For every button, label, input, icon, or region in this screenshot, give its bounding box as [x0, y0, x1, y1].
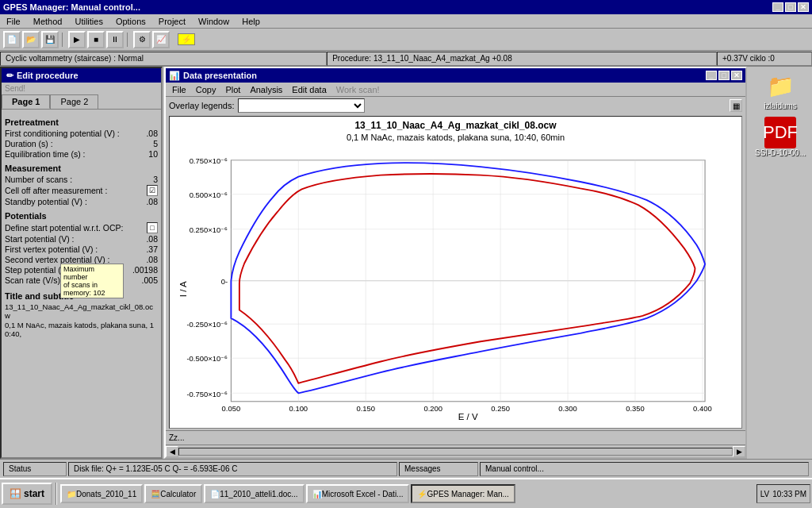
messages-label-text: Messages: [404, 464, 441, 473]
data-menu-editdata[interactable]: Edit data: [289, 84, 329, 95]
y-tick-label: 0.250×10⁻⁶: [190, 225, 228, 234]
panel-title: ✏ Edit procedure: [2, 68, 161, 83]
data-menu-plot[interactable]: Plot: [222, 84, 243, 95]
toolbar-run[interactable]: ▶: [68, 31, 86, 48]
standby-row: Standby potential (V) : .08: [5, 197, 158, 206]
tab-page2[interactable]: Page 2: [50, 94, 98, 109]
menu-bar: File Method Utilities Options Project Wi…: [0, 14, 812, 29]
y-tick-label: 0.750×10⁻⁶: [190, 156, 228, 165]
toolbar-save[interactable]: 💾: [41, 31, 59, 48]
x-tick-label: 0.250: [491, 404, 510, 413]
close-btn[interactable]: ✕: [798, 2, 809, 12]
menu-options[interactable]: Options: [113, 16, 149, 27]
y-tick-label: -0.750×10⁻⁶: [186, 390, 228, 398]
taskbar-icon-calculator: 🧮: [151, 490, 160, 498]
x-tick-label: 0.350: [626, 404, 645, 413]
display-toggle-btn[interactable]: ▦: [730, 99, 742, 112]
step-row: Step potential (V) : Maximum numberof sc…: [5, 265, 158, 275]
ocp-checkbox[interactable]: □: [147, 222, 158, 233]
chart-svg: I / A 0.750×10⁻⁶ 0.500×10⁻⁶ 0.250×10⁻⁶ 0…: [173, 145, 738, 425]
x-axis-label: E / V: [458, 412, 478, 421]
measurement-header: Measurement: [5, 164, 158, 173]
v1-label: First vertex potential (V) :: [5, 244, 98, 254]
status-label-text: Status: [9, 464, 31, 473]
toolbar-open[interactable]: 📂: [22, 31, 40, 48]
messages-text: Manual control...: [480, 462, 809, 476]
menu-method[interactable]: Method: [30, 16, 66, 27]
param-row: Duration (s) : 5: [5, 139, 158, 148]
data-menu-copy[interactable]: Copy: [193, 84, 220, 95]
num-scans-row: Number of scans : 3: [5, 175, 158, 184]
v1-value: .37: [134, 244, 158, 254]
desktop-icon-izlaidums[interactable]: 📁 izlaidums: [753, 70, 808, 110]
technique-display: Cyclic voltammetry (staircase) : Normal: [0, 52, 327, 66]
maximize-btn[interactable]: □: [785, 2, 796, 12]
num-scans-label: Number of scans :: [5, 175, 72, 184]
start-button[interactable]: 🪟 start: [2, 483, 52, 505]
ocp-label: Define start potential w.r.t. OCP:: [5, 223, 123, 233]
toolbar: 📄 📂 💾 ▶ ■ ⏸ ⚙ 📈 ⚡: [0, 29, 812, 51]
param-label: Duration (s) :: [5, 139, 53, 148]
scrollbar-track[interactable]: [178, 448, 733, 456]
overlay-select[interactable]: [238, 98, 365, 113]
voltage-display: ⚡: [178, 33, 195, 45]
menu-file[interactable]: File: [3, 16, 24, 27]
y-tick-label: -0.500×10⁻⁶: [186, 354, 228, 363]
param-label: Equilibration time (s) :: [5, 149, 86, 159]
start-pot-value: .08: [134, 234, 158, 244]
taskbar-label-word: 11_2010_atteli1.doc...: [220, 490, 297, 498]
pdf-icon: PDF: [764, 117, 796, 148]
data-menu-file[interactable]: File: [169, 84, 190, 95]
taskbar-icon-excel: 📊: [312, 490, 322, 498]
panel-tabs: Page 1 Page 2: [2, 94, 161, 110]
taskbar-btn-donats[interactable]: 📁 Donats_2010_11: [60, 484, 143, 503]
taskbar-btn-word[interactable]: 📄 11_2010_atteli1.doc...: [204, 484, 304, 503]
menu-utilities[interactable]: Utilities: [71, 16, 105, 27]
data-minimize-btn[interactable]: _: [706, 71, 717, 80]
toolbar-new[interactable]: 📄: [3, 31, 21, 48]
taskbar: 🪟 start 📁 Donats_2010_11 🧮 Calculator 📄 …: [0, 478, 812, 508]
toolbar-chart[interactable]: 📈: [152, 31, 170, 48]
data-close-btn[interactable]: ✕: [731, 71, 742, 80]
step-value: .00198: [132, 265, 158, 275]
toolbar-pause[interactable]: ⏸: [106, 31, 124, 48]
menu-window[interactable]: Window: [195, 16, 232, 27]
taskbar-icon-word: 📄: [210, 490, 220, 498]
taskbar-tray: LV 10:33 PM: [756, 484, 810, 503]
param-row: First conditioning potential (V) : .08: [5, 129, 158, 138]
taskbar-btn-excel[interactable]: 📊 Microsoft Excel - Dati...: [306, 484, 410, 503]
cell-off-checkbox[interactable]: ☑: [147, 185, 158, 196]
scrollbar-horizontal[interactable]: ◀ ▶: [166, 444, 745, 457]
status-bar: Status Disk file: Q+ = 1.123E-05 C Q- = …: [0, 459, 812, 478]
bottom-bar: Zz...: [166, 430, 745, 444]
minimize-btn[interactable]: _: [772, 2, 783, 12]
app-title-bar: GPES Manager: Manual control... _ □ ✕: [0, 0, 812, 14]
toolbar-settings[interactable]: ⚙: [133, 31, 151, 48]
tab-page1[interactable]: Page 1: [2, 94, 50, 109]
legend-bar: Overlay legends: ▦: [166, 97, 745, 114]
send-label: Send!: [2, 83, 161, 94]
toolbar-stop[interactable]: ■: [87, 31, 105, 48]
data-menu-analysis[interactable]: Analysis: [247, 84, 285, 95]
taskbar-btn-calculator[interactable]: 🧮 Calculator: [144, 484, 202, 503]
status-label: Status: [3, 462, 67, 476]
scroll-right-btn[interactable]: ▶: [733, 446, 745, 457]
taskbar-btn-gpes[interactable]: ⚡ GPES Manager: Man...: [411, 484, 515, 503]
menu-project[interactable]: Project: [155, 16, 189, 27]
menu-help[interactable]: Help: [239, 16, 263, 27]
start-pot-label: Start potential (V) :: [5, 234, 75, 244]
taskbar-sep: [56, 483, 57, 505]
x-tick-label: 0.400: [693, 404, 712, 413]
param-row: Equilibration time (s) : 10: [5, 149, 158, 159]
disk-info-text: Disk file: Q+ = 1.123E-05 C Q- = -6.593E…: [74, 464, 237, 473]
taskbar-label-gpes: GPES Manager: Man...: [427, 490, 508, 498]
data-window-icon: 📊: [169, 71, 180, 81]
data-menu: File Copy Plot Analysis Edit data Work s…: [166, 83, 745, 97]
scroll-left-btn[interactable]: ◀: [166, 446, 178, 457]
data-maximize-btn[interactable]: □: [718, 71, 730, 80]
desktop-icon-pdf[interactable]: PDF SSI-D-10-00...: [753, 117, 808, 157]
panel-title-icon: ✏: [6, 71, 13, 81]
tooltip-box: Maximum numberof scans inmemory: 102: [60, 264, 124, 298]
scan-rate-value: .005: [134, 275, 158, 285]
chart-area: 13_11_10_Naac_A4_Ag_mazkat_cikl_08.ocw 0…: [169, 116, 742, 429]
